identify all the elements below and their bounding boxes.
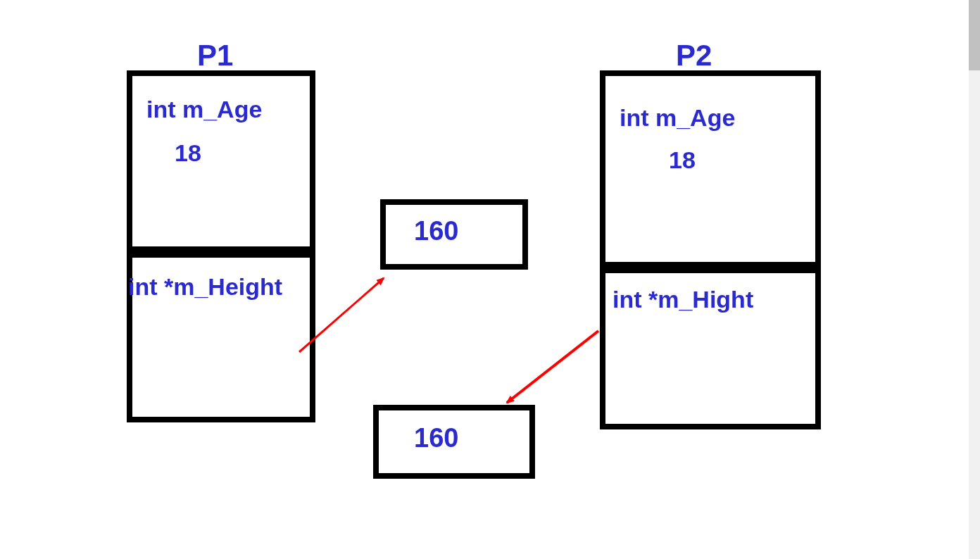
diagram-canvas: P1 int m_Age 18 int *m_Height P2 int m_A… (0, 0, 969, 559)
heap-value-1: 160 (414, 216, 458, 246)
heap-value-2: 160 (414, 423, 458, 453)
p1-height-label: int *m_Height (128, 273, 282, 301)
p1-title: P1 (197, 39, 233, 73)
p1-cell-age: int m_Age 18 (127, 70, 315, 252)
heap-box-1: 160 (380, 199, 528, 270)
p2-age-value: 18 (669, 146, 696, 174)
heap-box-2: 160 (373, 405, 535, 479)
p1-age-label: int m_Age (146, 96, 262, 123)
p2-cell-age: int m_Age 18 (600, 70, 821, 268)
p2-title: P2 (676, 39, 712, 73)
vertical-scrollbar[interactable] (969, 0, 980, 559)
p2-age-label: int m_Age (620, 104, 735, 132)
arrow-p2-to-heap2 (507, 331, 598, 403)
p2-height-label: int *m_Hight (612, 286, 753, 313)
p1-cell-height: int *m_Height (127, 252, 315, 422)
p1-age-value: 18 (175, 139, 201, 167)
p2-cell-height: int *m_Hight (600, 268, 821, 429)
scrollbar-thumb[interactable] (969, 0, 980, 70)
